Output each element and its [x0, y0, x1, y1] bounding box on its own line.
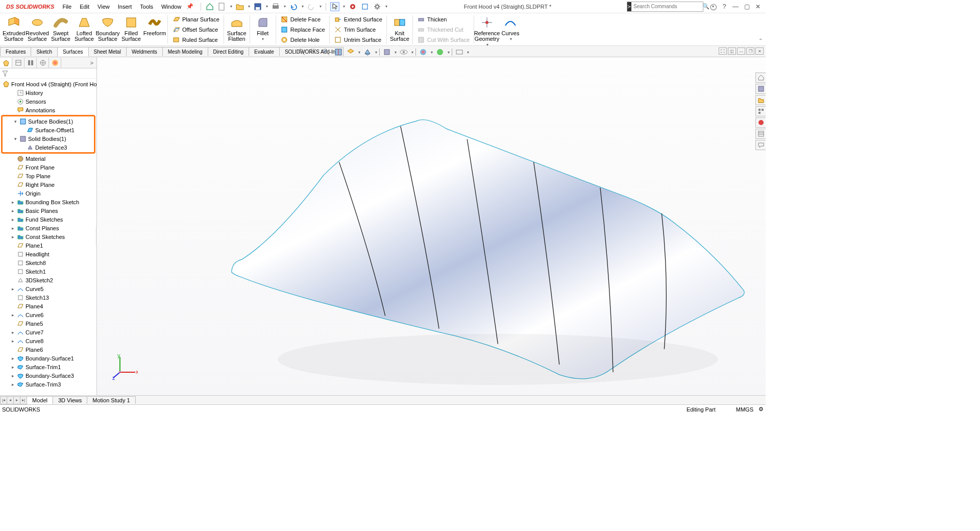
tree-node[interactable]: ▸Surface-Trim1	[0, 363, 96, 371]
options-link-icon[interactable]	[360, 2, 370, 11]
tree-node[interactable]: Headlight	[0, 250, 96, 258]
tree-node[interactable]: Origin	[0, 189, 96, 198]
tree-node[interactable]: ▸Surface-Trim3	[0, 380, 96, 389]
ribbon-collapse-icon[interactable]: ⌃	[758, 38, 763, 43]
section-view-icon[interactable]	[333, 47, 344, 57]
new-icon[interactable]	[217, 2, 227, 11]
doc-min-icon[interactable]: —	[737, 47, 745, 55]
tree-node[interactable]: ▸Bounding Box Sketch	[0, 198, 96, 206]
knit-surface-button[interactable]: Knit Surface	[388, 14, 411, 43]
tree-node[interactable]: 3DSketch2	[0, 276, 96, 284]
tree-node[interactable]: Plane5	[0, 319, 96, 328]
revolved-surface-button[interactable]: Revolved Surface	[26, 14, 49, 43]
maximize-button[interactable]: ▢	[741, 3, 752, 10]
tree-node[interactable]: Sketch8	[0, 258, 96, 267]
replace-face-button[interactable]: Replace Face	[278, 25, 327, 34]
settings-icon[interactable]	[373, 2, 382, 11]
thicken-button[interactable]: Thicken	[415, 14, 472, 24]
tab-next-icon[interactable]: ▸	[13, 396, 20, 404]
feature-tree-tab-icon[interactable]	[0, 58, 12, 68]
extruded-surface-button[interactable]: Extruded Surface	[2, 14, 26, 43]
tree-node[interactable]: ▸Boundary-Surface1	[0, 354, 96, 363]
tree-node[interactable]: Surface-Offset1	[3, 126, 94, 134]
tree-node[interactable]: ▸Const Planes	[0, 224, 96, 232]
tab-first-icon[interactable]: |◂	[0, 396, 7, 404]
offset-surface-button[interactable]: Offset Surface	[170, 25, 222, 34]
fillet-button[interactable]: Fillet▾	[251, 14, 275, 43]
home-icon[interactable]	[205, 2, 214, 11]
planar-surface-button[interactable]: Planar Surface	[170, 14, 222, 24]
doc-newwin-icon[interactable]: ◫	[728, 47, 736, 55]
swept-surface-button[interactable]: Swept Surface	[49, 14, 72, 43]
taskpane-file-explorer-icon[interactable]	[755, 95, 766, 105]
tree-node[interactable]: Plane6	[0, 345, 96, 354]
eye-icon[interactable]	[399, 47, 409, 57]
tree-node[interactable]: Front Plane	[0, 163, 96, 172]
hide-show-icon[interactable]	[382, 47, 392, 57]
help-icon[interactable]: ?	[719, 3, 730, 10]
edit-appearance-icon[interactable]	[418, 47, 428, 57]
undo-icon[interactable]	[289, 2, 298, 11]
tree-node[interactable]: ▸Curve8	[0, 336, 96, 345]
save-icon[interactable]	[253, 2, 262, 11]
doc-expand-icon[interactable]: ⛶	[719, 47, 727, 55]
tree-filter[interactable]	[0, 68, 96, 79]
close-button[interactable]: ✕	[752, 3, 764, 10]
tree-node[interactable]: ▸Curve7	[0, 328, 96, 336]
taskpane-appearances-icon[interactable]	[755, 117, 766, 128]
taskpane-design-library-icon[interactable]	[755, 84, 766, 94]
tab-last-icon[interactable]: ▸|	[20, 396, 27, 404]
tree-node[interactable]: ▸Curve5	[0, 284, 96, 293]
surface-flatten-button[interactable]: Surface Flatten	[225, 14, 249, 43]
display-style-icon[interactable]	[362, 47, 373, 57]
tree-node[interactable]: ▾Surface Bodies(1)	[3, 117, 94, 126]
tab-model[interactable]: Model	[27, 396, 53, 404]
select-icon[interactable]	[330, 2, 339, 11]
previous-view-icon[interactable]	[321, 47, 331, 57]
rebuild-icon[interactable]	[348, 2, 357, 11]
reference-geometry-button[interactable]: Reference Geometry▾	[475, 14, 499, 49]
tree-node[interactable]: Sensors	[0, 97, 96, 106]
tree-node[interactable]: Material	[0, 154, 96, 163]
trim-surface-button[interactable]: Trim Surface	[332, 25, 384, 34]
tree-node[interactable]: ▸Curve6	[0, 310, 96, 319]
tab-surfaces[interactable]: Surfaces	[57, 47, 88, 57]
taskpane-view-palette-icon[interactable]	[755, 106, 766, 116]
filled-surface-button[interactable]: Filled Surface	[119, 14, 143, 43]
redo-icon[interactable]	[307, 2, 316, 11]
tree-root[interactable]: Front Hood v4 (Straight) (Front Hood v…	[0, 80, 96, 88]
status-gear-icon[interactable]: ⚙	[758, 406, 764, 413]
property-tab-icon[interactable]	[12, 58, 24, 68]
view-settings-icon[interactable]	[454, 47, 464, 57]
tab-weldments[interactable]: Weldments	[126, 47, 163, 56]
menu-view[interactable]: View	[93, 4, 114, 10]
doc-close-icon[interactable]: ✕	[755, 47, 764, 55]
menu-window[interactable]: Window	[157, 4, 185, 10]
config-tab-icon[interactable]	[24, 58, 37, 68]
ruled-surface-button[interactable]: Ruled Surface	[170, 35, 222, 44]
tree-node[interactable]: DeleteFace3	[3, 143, 94, 152]
tree-node[interactable]: ▸Fund Sketches	[0, 215, 96, 224]
graphics-viewport[interactable]: x y z	[97, 57, 766, 395]
tree-node[interactable]: Plane1	[0, 241, 96, 250]
tab-3d-views[interactable]: 3D Views	[53, 396, 87, 404]
feature-tree[interactable]: Front Hood v4 (Straight) (Front Hood v… …	[0, 79, 96, 395]
menu-tools[interactable]: Tools	[136, 4, 157, 10]
user-icon[interactable]: ◯	[707, 3, 719, 10]
tree-node[interactable]: ▸Basic Planes	[0, 206, 96, 215]
view-triad[interactable]: x y z	[112, 354, 138, 380]
taskpane-properties-icon[interactable]	[755, 129, 766, 139]
tree-node[interactable]: Annotations	[0, 106, 96, 114]
apply-scene-icon[interactable]	[435, 47, 445, 57]
tree-node[interactable]: ▸Boundary-Surface3	[0, 371, 96, 380]
delete-hole-button[interactable]: Delete Hole	[278, 35, 327, 44]
untrim-surface-button[interactable]: Untrim Surface	[332, 35, 384, 44]
view-orientation-icon[interactable]	[346, 47, 356, 57]
search-commands[interactable]: ≻ 🔍▾	[627, 2, 703, 12]
tab-sheet-metal[interactable]: Sheet Metal	[88, 47, 127, 56]
curves-button[interactable]: Curves▾	[499, 14, 522, 43]
doc-restore-icon[interactable]: ❐	[746, 47, 754, 55]
search-input[interactable]	[631, 4, 700, 9]
lofted-surface-button[interactable]: Lofted Surface	[72, 14, 96, 43]
tab-prev-icon[interactable]: ◂	[7, 396, 14, 404]
